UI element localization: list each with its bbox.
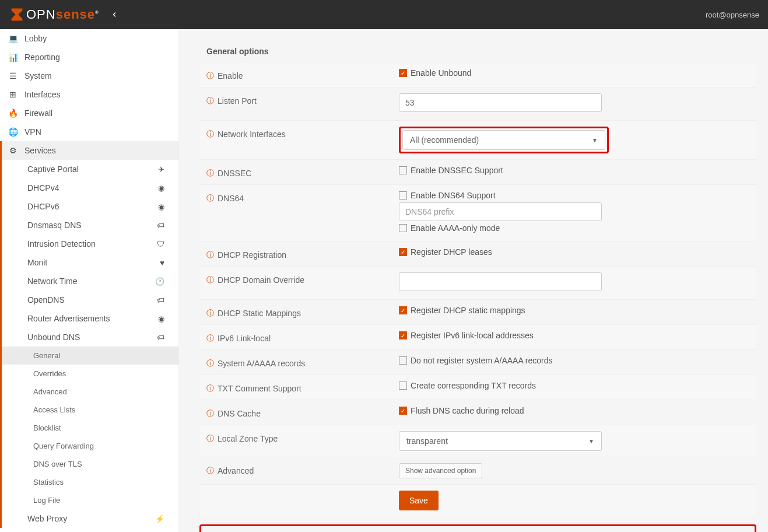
nav-unbound-statistics[interactable]: Statistics — [2, 473, 178, 491]
sidebar-toggle[interactable] — [111, 11, 118, 18]
row-dnssec: ⓘDNSSEC Enable DNSSEC Support — [199, 159, 756, 184]
info-icon[interactable]: ⓘ — [206, 308, 214, 318]
nav-web-proxy[interactable]: Web Proxy⚡ — [2, 509, 178, 528]
bullseye-icon: ◉ — [158, 184, 164, 192]
checkbox-icon: ✓ — [399, 69, 407, 77]
nav-unbound-overrides[interactable]: Overrides — [2, 365, 178, 383]
nav-opendns[interactable]: OpenDNS🏷 — [2, 290, 178, 309]
row-sys-aaaa: ⓘSystem A/AAAA records Do not register s… — [199, 349, 756, 374]
nav-label: System — [24, 71, 52, 80]
txt-checkbox[interactable]: Create corresponding TXT records — [399, 381, 749, 390]
nav-unbound-access-lists[interactable]: Access Lists — [2, 401, 178, 419]
nav-unbound-logfile[interactable]: Log File — [2, 491, 178, 509]
enable-checkbox[interactable]: ✓Enable Unbound — [399, 68, 749, 78]
row-dns64: ⓘDNS64 Enable DNS64 Support Enable AAAA-… — [199, 184, 756, 241]
row-save: Save — [199, 484, 756, 516]
dhcp-reg-checkbox[interactable]: ✓Register DHCP leases — [399, 247, 749, 257]
nav-unbound[interactable]: Unbound DNS🏷 — [2, 328, 178, 346]
logo-icon — [9, 6, 25, 23]
nav-services[interactable]: ⚙Services — [0, 141, 178, 160]
dns64-aaaa-checkbox[interactable]: Enable AAAA-only mode — [399, 223, 749, 233]
select-value: All (recommended) — [410, 135, 479, 145]
nav-unbound-sub: General Overrides Advanced Access Lists … — [2, 346, 178, 509]
globe-icon: 🌐 — [8, 127, 17, 136]
nav-label: Reporting — [24, 52, 60, 62]
field-label: DHCP Registration — [218, 250, 286, 260]
nav-label: General — [33, 351, 60, 360]
checkbox-icon — [399, 224, 407, 232]
field-label: Local Zone Type — [218, 434, 278, 443]
field-label: Enable — [218, 71, 243, 80]
info-banner: If Unbound is enabled, the DHCP service … — [199, 524, 756, 532]
user-label[interactable]: root@opnsense — [706, 10, 759, 19]
tags-icon: 🏷 — [157, 333, 164, 342]
dns64-prefix-input[interactable] — [399, 202, 602, 221]
nav-unbound-dot[interactable]: DNS over TLS — [2, 455, 178, 473]
nav-label: Captive Portal — [27, 164, 79, 174]
field-label: DNS Cache — [218, 409, 261, 418]
nav-label: OpenDNS — [27, 295, 65, 304]
nav-monit[interactable]: Monit♥ — [2, 253, 178, 272]
logo[interactable]: OPNsense® — [9, 6, 99, 23]
select-value: transparent — [406, 436, 448, 446]
dnssec-checkbox[interactable]: Enable DNSSEC Support — [399, 166, 749, 175]
listen-port-input[interactable] — [399, 93, 602, 112]
info-icon[interactable]: ⓘ — [206, 129, 214, 139]
nav-unbound-query-fwd[interactable]: Query Forwarding — [2, 437, 178, 455]
nav-firewall[interactable]: 🔥Firewall — [0, 104, 178, 123]
info-icon[interactable]: ⓘ — [206, 71, 214, 81]
sys-aaaa-checkbox[interactable]: Do not register system A/AAAA records — [399, 356, 749, 365]
nav-captive-portal[interactable]: Captive Portal✈ — [2, 160, 178, 178]
nav-router-adv[interactable]: Router Advertisements◉ — [2, 309, 178, 328]
nav-unbound-blocklist[interactable]: Blocklist — [2, 419, 178, 437]
local-zone-select[interactable]: transparent▼ — [399, 431, 602, 451]
field-label: DHCP Static Mappings — [218, 309, 301, 318]
info-icon[interactable]: ⓘ — [206, 333, 214, 344]
nav-network-time[interactable]: Network Time🕐 — [2, 272, 178, 290]
logo-text: OPNsense® — [26, 7, 99, 22]
info-icon[interactable]: ⓘ — [206, 383, 214, 394]
row-local-zone: ⓘLocal Zone Type transparent▼ — [199, 425, 756, 457]
chevron-left-icon — [111, 11, 118, 18]
nav-dhcpv6[interactable]: DHCPv6◉ — [2, 197, 178, 216]
info-icon[interactable]: ⓘ — [206, 358, 214, 369]
nav-unbound-advanced[interactable]: Advanced — [2, 383, 178, 401]
nav-label: Unbound DNS — [27, 332, 80, 342]
info-icon[interactable]: ⓘ — [206, 250, 214, 260]
panel-title: General options — [199, 41, 756, 62]
field-label: IPv6 Link-local — [218, 334, 271, 343]
info-icon[interactable]: ⓘ — [206, 466, 214, 476]
nav-dhcpv4[interactable]: DHCPv4◉ — [2, 178, 178, 197]
network-interfaces-select[interactable]: All (recommended)▼ — [402, 130, 605, 150]
save-button[interactable]: Save — [399, 491, 439, 510]
nav-dnsmasq[interactable]: Dnsmasq DNS🏷 — [2, 216, 178, 235]
field-label: System A/AAAA records — [218, 359, 305, 368]
dhcp-domain-input[interactable] — [399, 272, 602, 291]
show-advanced-button[interactable]: Show advanced option — [399, 463, 482, 478]
checkbox-label: Register DHCP leases — [411, 247, 492, 257]
dns-cache-checkbox[interactable]: ✓Flush DNS cache during reload — [399, 406, 749, 415]
checkbox-label: Register DHCP static mappings — [411, 306, 525, 315]
nav-interfaces[interactable]: ⊞Interfaces — [0, 85, 178, 104]
info-icon[interactable]: ⓘ — [206, 168, 214, 178]
nav-unbound-general[interactable]: General — [2, 346, 178, 365]
sidebar: 💻Lobby 📊Reporting ☰System ⊞Interfaces 🔥F… — [0, 29, 179, 532]
field-label: DNS64 — [218, 194, 244, 203]
checkbox-label: Enable DNS64 Support — [411, 191, 496, 200]
nav-system[interactable]: ☰System — [0, 66, 178, 85]
info-icon[interactable]: ⓘ — [206, 433, 214, 444]
ipv6-ll-checkbox[interactable]: ✓Register IPv6 link-local addresses — [399, 331, 749, 340]
dhcp-static-checkbox[interactable]: ✓Register DHCP static mappings — [399, 306, 749, 315]
nav-vpn[interactable]: 🌐VPN — [0, 123, 178, 141]
info-icon[interactable]: ⓘ — [206, 193, 214, 204]
row-dns-cache: ⓘDNS Cache ✓Flush DNS cache during reloa… — [199, 400, 756, 425]
nav-ids[interactable]: Intrusion Detection🛡 — [2, 235, 178, 253]
info-icon[interactable]: ⓘ — [206, 275, 214, 285]
dns64-enable-checkbox[interactable]: Enable DNS64 Support — [399, 191, 749, 200]
checkbox-icon — [399, 191, 407, 200]
nav-lobby[interactable]: 💻Lobby — [0, 29, 178, 48]
nav-power[interactable]: 🔌Power — [0, 528, 178, 532]
nav-reporting[interactable]: 📊Reporting — [0, 48, 178, 66]
info-icon[interactable]: ⓘ — [206, 408, 214, 419]
info-icon[interactable]: ⓘ — [206, 96, 214, 106]
